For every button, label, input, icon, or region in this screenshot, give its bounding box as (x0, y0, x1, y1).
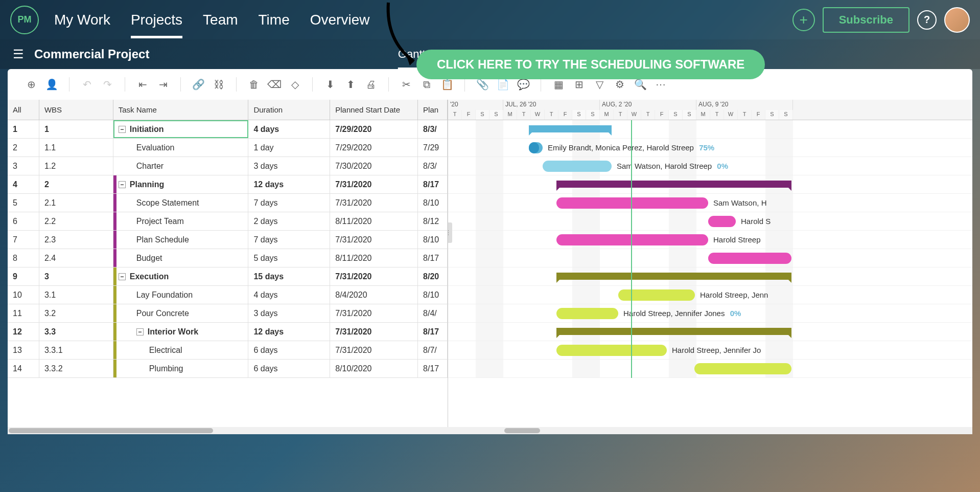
table-row[interactable]: 12 3.3 −Interior Work 12 days 7/31/2020 … (8, 323, 448, 341)
export-icon[interactable]: ⬆ (342, 76, 359, 93)
subscribe-button[interactable]: Subscribe (823, 7, 909, 33)
gantt-bar[interactable] (556, 181, 791, 188)
import-icon[interactable]: ⬇ (322, 76, 338, 93)
start-date-cell[interactable]: 7/31/2020 (330, 267, 418, 285)
end-date-cell[interactable]: 8/10 (418, 286, 448, 304)
end-date-cell[interactable]: 8/12 (418, 212, 448, 230)
nav-team[interactable]: Team (203, 2, 238, 38)
task-name-cell[interactable]: Electrical (113, 341, 249, 359)
wbs-cell[interactable]: 3.3.1 (39, 341, 113, 359)
task-name-cell[interactable]: Plumbing (113, 360, 249, 377)
user-avatar[interactable] (944, 7, 970, 33)
task-name-cell[interactable]: Budget (113, 249, 249, 267)
table-row[interactable]: 10 3.1 Lay Foundation 4 days 8/4/2020 8/… (8, 286, 448, 304)
collapse-toggle[interactable]: − (119, 273, 126, 280)
task-name-cell[interactable]: Pour Concrete (113, 304, 249, 322)
start-date-cell[interactable]: 7/30/2020 (330, 157, 418, 175)
task-name-cell[interactable]: Charter (113, 157, 249, 175)
end-date-cell[interactable]: 8/3/ (418, 157, 448, 175)
start-date-cell[interactable]: 7/31/2020 (330, 194, 418, 212)
nav-time[interactable]: Time (259, 2, 290, 38)
gantt-bar[interactable]: Sam Watson, Harold Streep 0% (543, 161, 612, 172)
start-date-cell[interactable]: 8/11/2020 (330, 249, 418, 267)
gantt-bar[interactable] (708, 253, 791, 264)
start-date-cell[interactable]: 7/31/2020 (330, 304, 418, 322)
gantt-bar[interactable]: Harold Streep (556, 234, 708, 245)
gantt-bar[interactable]: Sam Watson, H (556, 197, 708, 209)
cta-banner[interactable]: CLICK HERE TO TRY THE SCHEDULING SOFTWAR… (416, 50, 765, 79)
start-date-cell[interactable]: 7/29/2020 (330, 120, 418, 138)
gantt-bar[interactable] (556, 273, 791, 280)
splitter-handle[interactable] (448, 222, 452, 243)
table-row[interactable]: 3 1.2 Charter 3 days 7/30/2020 8/3/ (8, 157, 448, 175)
wbs-cell[interactable]: 1.2 (39, 157, 113, 175)
gantt-bar[interactable]: Harold Streep, Jenn (618, 289, 695, 301)
task-name-cell[interactable]: −Execution (113, 267, 249, 285)
gantt-bar[interactable]: Harold S (708, 216, 736, 227)
duration-cell[interactable]: 3 days (248, 304, 330, 322)
end-date-cell[interactable]: 8/17 (418, 323, 448, 341)
task-name-cell[interactable]: Evaluation (113, 139, 249, 156)
duration-cell[interactable]: 7 days (248, 231, 330, 249)
add-button[interactable]: + (792, 9, 815, 31)
end-date-cell[interactable]: 8/10 (418, 194, 448, 212)
end-date-cell[interactable]: 8/20 (418, 267, 448, 285)
table-row[interactable]: 6 2.2 Project Team 2 days 8/11/2020 8/12 (8, 212, 448, 231)
start-date-cell[interactable]: 7/31/2020 (330, 231, 418, 249)
col-header-all[interactable]: All (8, 100, 39, 120)
duration-cell[interactable]: 2 days (248, 212, 330, 230)
wbs-cell[interactable]: 3.1 (39, 286, 113, 304)
duration-cell[interactable]: 6 days (248, 341, 330, 359)
wbs-cell[interactable]: 2.4 (39, 249, 113, 267)
cut-icon[interactable]: ✂ (398, 76, 414, 93)
gantt-bar[interactable] (694, 363, 791, 374)
collapse-toggle[interactable]: − (119, 181, 126, 188)
table-row[interactable]: 11 3.2 Pour Concrete 3 days 7/31/2020 8/… (8, 304, 448, 323)
link-icon[interactable]: 🔗 (190, 76, 206, 93)
col-header-wbs[interactable]: WBS (39, 100, 113, 120)
task-name-cell[interactable]: −Interior Work (113, 323, 249, 341)
table-row[interactable]: 4 2 −Planning 12 days 7/31/2020 8/17 (8, 175, 448, 194)
gantt-row[interactable] (448, 120, 972, 139)
table-row[interactable]: 9 3 −Execution 15 days 7/31/2020 8/20 (8, 267, 448, 286)
table-row[interactable]: 14 3.3.2 Plumbing 6 days 8/10/2020 8/17 (8, 360, 448, 378)
start-date-cell[interactable]: 8/4/2020 (330, 286, 418, 304)
collapse-toggle[interactable]: − (119, 126, 126, 133)
end-date-cell[interactable]: 8/17 (418, 175, 448, 193)
task-name-cell[interactable]: Lay Foundation (113, 286, 249, 304)
gantt-bar[interactable]: Emily Brandt, Monica Perez, Harold Stree… (529, 142, 543, 153)
start-date-cell[interactable]: 7/31/2020 (330, 341, 418, 359)
col-header-start[interactable]: Planned Start Date (330, 100, 418, 120)
delete-icon[interactable]: 🗑 (246, 76, 262, 93)
task-name-cell[interactable]: Plan Schedule (113, 231, 249, 249)
outdent-icon[interactable]: ⇤ (134, 76, 151, 93)
wbs-cell[interactable]: 1 (39, 120, 113, 138)
duration-cell[interactable]: 12 days (248, 323, 330, 341)
wbs-cell[interactable]: 3 (39, 267, 113, 285)
start-date-cell[interactable]: 8/11/2020 (330, 212, 418, 230)
start-date-cell[interactable]: 8/10/2020 (330, 360, 418, 377)
duration-cell[interactable]: 15 days (248, 267, 330, 285)
gantt-bar[interactable]: Harold Streep, Jennifer Jones 0% (556, 308, 618, 319)
nav-projects[interactable]: Projects (131, 2, 182, 38)
task-name-cell[interactable]: Project Team (113, 212, 249, 230)
wbs-cell[interactable]: 2 (39, 175, 113, 193)
grid-hscrollbar[interactable] (8, 427, 972, 434)
print-icon[interactable]: 🖨 (363, 76, 379, 93)
end-date-cell[interactable]: 8/10 (418, 231, 448, 249)
milestone-icon[interactable]: ◇ (287, 76, 303, 93)
end-date-cell[interactable]: 8/3/ (418, 120, 448, 138)
wbs-cell[interactable]: 3.3 (39, 323, 113, 341)
table-row[interactable]: 8 2.4 Budget 5 days 8/11/2020 8/17 (8, 249, 448, 267)
task-name-cell[interactable]: −Initiation (113, 120, 249, 138)
table-row[interactable]: 1 1 −Initiation 4 days 7/29/2020 8/3/ (8, 120, 448, 139)
wbs-cell[interactable]: 2.1 (39, 194, 113, 212)
task-name-cell[interactable]: −Planning (113, 175, 249, 193)
duration-cell[interactable]: 4 days (248, 286, 330, 304)
start-date-cell[interactable]: 7/31/2020 (330, 175, 418, 193)
add-task-icon[interactable]: ⊕ (23, 76, 39, 93)
clear-icon[interactable]: ⌫ (266, 76, 283, 93)
duration-cell[interactable]: 7 days (248, 194, 330, 212)
wbs-cell[interactable]: 1.1 (39, 139, 113, 156)
end-date-cell[interactable]: 8/4/ (418, 304, 448, 322)
